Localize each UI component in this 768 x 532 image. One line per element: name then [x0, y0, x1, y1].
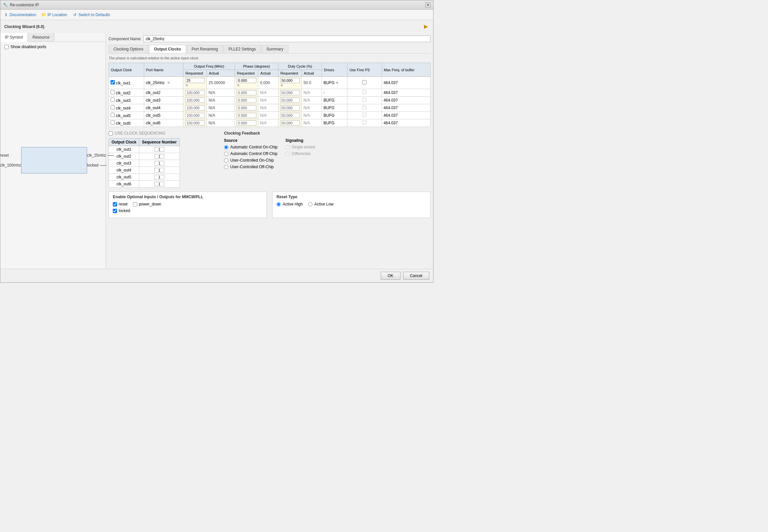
- enable-title: Enable Optional Inputs / Outputs for MMC…: [113, 195, 263, 199]
- cell-output-clock: clk_out3: [116, 98, 131, 103]
- row-enable-checkbox[interactable]: [111, 98, 115, 102]
- seq-row: clk_out5: [109, 174, 180, 181]
- port-line: [100, 165, 107, 166]
- cell-drives: BUFG: [322, 112, 347, 119]
- reset-type-title: Reset Type: [276, 195, 426, 199]
- radio-user-off-chip-label: User-Controlled Off-Chip: [230, 165, 274, 169]
- seq-num-input[interactable]: [154, 175, 164, 179]
- seq-num-input[interactable]: [154, 147, 164, 152]
- ip-location-button[interactable]: 📁 IP Location: [42, 13, 67, 17]
- switch-defaults-button[interactable]: ↺ Switch to Defaults: [73, 13, 110, 17]
- ok-button[interactable]: OK: [381, 272, 400, 280]
- toolbar: ℹ Documentation 📁 IP Location ↺ Switch t…: [0, 10, 433, 20]
- cell-enabled: clk_out4: [109, 104, 144, 112]
- enable-reset[interactable]: reset: [113, 202, 128, 206]
- th-freq-req: Requested: [183, 70, 207, 77]
- seq-num-input[interactable]: [154, 168, 164, 172]
- tab-port-renaming[interactable]: Port Renaming: [187, 45, 223, 53]
- radio-auto-off-chip-input[interactable]: [224, 152, 228, 156]
- cell-use-fine-ps: [347, 77, 382, 89]
- port-clear-icon[interactable]: ✕: [167, 80, 170, 85]
- cell-port-name: clk_out4: [144, 104, 183, 112]
- row-enable-checkbox[interactable]: [111, 90, 115, 94]
- cell-phase-req: [235, 97, 258, 104]
- ip-block: [21, 147, 87, 173]
- cell-freq-req: [183, 112, 207, 119]
- port-clk25-right: clk_25mhz: [87, 153, 114, 158]
- cell-port-name: clk_25mhz ✕: [144, 77, 183, 89]
- documentation-button[interactable]: ℹ Documentation: [4, 13, 36, 17]
- enable-reset-checkbox[interactable]: [113, 202, 117, 206]
- main-title-bar: Clocking Wizard (6.0) ►: [0, 20, 433, 33]
- cell-max-freq: 464.037: [382, 89, 430, 97]
- duty-req-input[interactable]: [280, 78, 300, 83]
- freq-req-input: [185, 120, 205, 126]
- radio-user-off-chip-input[interactable]: [224, 165, 228, 169]
- enable-row-2: locked: [113, 208, 263, 213]
- freq-req-input[interactable]: [185, 78, 205, 83]
- radio-active-low-input[interactable]: [308, 202, 312, 206]
- tab-summary[interactable]: Summary: [262, 45, 288, 53]
- show-ports-checkbox[interactable]: [4, 45, 9, 49]
- port-name-text: clk_out3: [146, 98, 161, 103]
- radio-auto-on-chip-input[interactable]: [224, 145, 228, 149]
- close-button[interactable]: ×: [425, 2, 431, 8]
- seq-num-input[interactable]: [154, 154, 164, 159]
- cell-freq-req: [183, 89, 207, 97]
- freq-req-input: [185, 113, 205, 118]
- footer: OK Cancel: [0, 269, 433, 282]
- cell-freq-actual: N/A: [207, 104, 235, 112]
- port-locked-right: locked: [87, 163, 114, 168]
- req-clear-icon[interactable]: ✕: [185, 83, 188, 88]
- phase-clear-icon[interactable]: ✕: [237, 83, 240, 88]
- seq-num-input[interactable]: [154, 161, 164, 166]
- radio-user-off-chip[interactable]: User-Controlled Off-Chip: [224, 165, 277, 169]
- cell-duty-req: [278, 89, 302, 97]
- radio-auto-on-chip[interactable]: Automatic Control On-Chip: [224, 145, 277, 149]
- enable-section: Enable Optional Inputs / Outputs for MMC…: [109, 192, 267, 218]
- drives-dropdown-icon[interactable]: ▾: [336, 80, 338, 85]
- tab-resource[interactable]: Resource: [28, 33, 54, 42]
- tab-output-clocks[interactable]: Output Clocks: [149, 45, 186, 53]
- use-fine-ps-checkbox[interactable]: [362, 80, 367, 84]
- radio-user-on-chip-input[interactable]: [224, 158, 228, 163]
- tab-plle2-settings[interactable]: PLLE2 Settings: [224, 45, 261, 53]
- duty-clear-icon[interactable]: ✕: [280, 83, 283, 88]
- use-clock-seq-checkbox[interactable]: [109, 131, 113, 136]
- enable-power-down[interactable]: power_down: [133, 202, 161, 206]
- row-enable-checkbox[interactable]: [111, 105, 115, 110]
- enable-locked-checkbox[interactable]: [113, 209, 117, 213]
- enable-power-down-checkbox[interactable]: [133, 202, 137, 206]
- cell-freq-actual: 25.00000: [207, 77, 235, 89]
- seq-th-clock: Output Clock: [109, 139, 139, 146]
- enable-locked[interactable]: locked: [113, 208, 130, 213]
- row-enable-checkbox[interactable]: [111, 80, 115, 84]
- cell-drives: BUFG: [322, 119, 347, 127]
- radio-active-low[interactable]: Active Low: [308, 202, 334, 206]
- row-enable-checkbox[interactable]: [111, 113, 115, 117]
- cancel-button[interactable]: Cancel: [403, 272, 429, 280]
- seq-num-input[interactable]: [154, 182, 164, 186]
- radio-active-high[interactable]: Active High: [276, 202, 303, 206]
- cell-phase-req: [235, 104, 258, 112]
- table-row: clk_out1 clk_25mhz ✕ ✕ 25.00000 ✕ 0.000 …: [109, 77, 431, 89]
- radio-active-high-input[interactable]: [276, 202, 281, 206]
- cell-output-clock: clk_out2: [116, 91, 131, 95]
- duty-req-input: [280, 113, 300, 118]
- use-clock-seq-row: USE CLOCK SEQUENCING: [109, 131, 219, 136]
- cell-phase-actual: N/A: [258, 112, 278, 119]
- seq-row: clk_out4: [109, 167, 180, 174]
- seq-table: Output Clock Sequence Number clk_out1 cl…: [109, 138, 180, 188]
- tab-clocking-options[interactable]: Clocking Options: [109, 45, 148, 53]
- radio-auto-off-chip[interactable]: Automatic Control Off-Chip: [224, 151, 277, 156]
- radio-auto-off-chip-label: Automatic Control Off-Chip: [230, 151, 277, 156]
- radio-user-on-chip[interactable]: User-Controlled On-Chip: [224, 158, 277, 163]
- tab-ip-symbol[interactable]: IP Symbol: [0, 33, 28, 42]
- component-name-input[interactable]: [143, 36, 431, 42]
- cell-duty-req: [278, 97, 302, 104]
- row-enable-checkbox[interactable]: [111, 120, 115, 125]
- phase-req-input[interactable]: [237, 78, 256, 83]
- seq-clock-cell: clk_out5: [109, 174, 139, 181]
- radio-single-ended-label: Single-ended: [292, 145, 315, 149]
- th-port-name: Port Name: [144, 63, 183, 77]
